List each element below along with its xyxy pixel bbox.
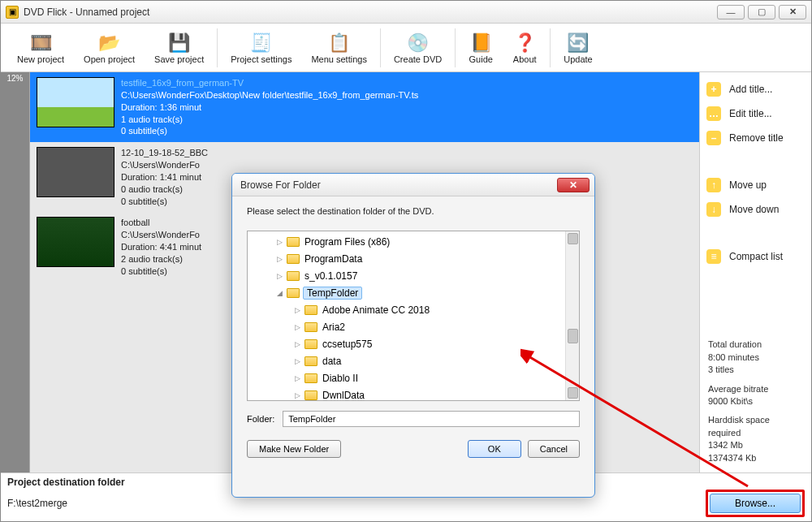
settings-icon: 🧾 [249, 32, 274, 54]
thumbnail [37, 217, 114, 267]
menu-settings-button[interactable]: 📋Menu settings [301, 24, 376, 71]
folder-icon [304, 339, 317, 349]
minus-icon: – [706, 131, 721, 145]
folder-icon [287, 254, 300, 264]
scroll-up-icon[interactable] [568, 233, 578, 244]
tree-item[interactable]: ▷ProgramData [248, 250, 579, 267]
thumbnail [37, 77, 114, 127]
expand-icon[interactable]: ▷ [293, 357, 301, 365]
create-dvd-button[interactable]: 💿Create DVD [384, 24, 451, 71]
tree-item-label: TempFolder [303, 287, 362, 300]
folder-icon [304, 322, 317, 332]
save-project-button[interactable]: 💾Save project [145, 24, 214, 71]
tree-item[interactable]: ▷Program Files (x86) [248, 233, 579, 250]
tree-item-label: s_v0.1.0157 [303, 270, 359, 282]
tree-item[interactable]: ▷Diablo II [248, 369, 579, 386]
update-button[interactable]: 🔄Update [554, 24, 602, 71]
new-project-button[interactable]: 🎞️New project [7, 24, 74, 71]
tree-item[interactable]: ▷ccsetup575 [248, 335, 579, 352]
film-icon: 🎞️ [28, 32, 53, 54]
folder-icon [304, 373, 317, 383]
folder-icon [304, 390, 317, 400]
title-meta: football C:\Users\WonderFo Duration: 4:4… [121, 217, 201, 277]
dialog-close-button[interactable]: ✕ [557, 178, 590, 192]
tree-item[interactable]: ▷s_v0.1.0157 [248, 267, 579, 284]
tree-item-label: Diablo II [321, 373, 360, 384]
about-button[interactable]: ❓About [503, 24, 546, 71]
disc-icon: 💿 [406, 32, 430, 54]
folder-label: Folder: [247, 414, 274, 424]
stats-panel: Total duration 8:00 minutes 3 titles Ave… [700, 324, 811, 472]
expand-icon[interactable]: ▷ [293, 323, 301, 331]
dialog-message: Please select the destination folder of … [247, 206, 580, 216]
make-new-folder-button[interactable]: Make New Folder [247, 440, 341, 458]
tree-item-label: Program Files (x86) [303, 236, 391, 248]
tree-item[interactable]: ◢TempFolder [248, 284, 579, 301]
menu-settings-icon: 📋 [327, 32, 352, 54]
tree-item[interactable]: ▷Aria2 [248, 318, 579, 335]
add-title-button[interactable]: +Add title... [700, 77, 811, 101]
content-area: 12% testfile_16x9_from_german-TV C:\User… [1, 72, 811, 472]
scrollbar[interactable] [565, 231, 579, 400]
update-icon: 🔄 [566, 32, 590, 54]
move-down-button[interactable]: ↓Move down [700, 197, 811, 222]
browse-folder-dialog: Browse For Folder ✕ Please select the de… [231, 173, 595, 498]
disc-gauge: 12% [1, 72, 30, 472]
expand-icon[interactable]: ▷ [293, 374, 301, 382]
folder-icon [304, 305, 317, 315]
open-project-button[interactable]: 📂Open project [74, 24, 145, 71]
folder-icon [304, 356, 317, 366]
expand-icon[interactable]: ▷ [293, 306, 301, 314]
tree-item-label: ProgramData [303, 253, 364, 265]
folder-icon [287, 271, 300, 281]
expand-icon[interactable]: ▷ [275, 255, 283, 263]
folder-icon [287, 237, 300, 247]
remove-title-button[interactable]: –Remove title [700, 126, 811, 150]
expand-icon[interactable]: ▷ [275, 238, 283, 246]
annotation-highlight: Browse... [706, 490, 805, 517]
guide-icon: 📙 [469, 32, 493, 54]
ellipsis-icon: … [706, 106, 721, 121]
folder-icon [287, 288, 300, 298]
main-window: ▣ DVD Flick - Unnamed project — ▢ ✕ 🎞️Ne… [0, 0, 812, 522]
folder-open-icon: 📂 [97, 32, 122, 54]
title-meta: 12-10_19-18-52_BBC C:\Users\WonderFo Dur… [121, 147, 208, 207]
expand-icon[interactable]: ▷ [293, 340, 301, 348]
maximize-button[interactable]: ▢ [748, 5, 775, 19]
window-title: DVD Flick - Unnamed project [24, 6, 717, 18]
edit-title-button[interactable]: …Edit title... [700, 101, 811, 126]
tree-item-label: DwnlData [321, 390, 366, 401]
arrow-down-icon: ↓ [706, 202, 721, 217]
scroll-down-icon[interactable] [568, 387, 578, 399]
toolbar: 🎞️New project 📂Open project 💾Save projec… [1, 24, 811, 72]
list-icon: ≡ [706, 249, 721, 264]
folder-input[interactable] [283, 411, 580, 427]
tree-item[interactable]: ▷data [248, 352, 579, 369]
app-icon: ▣ [6, 6, 19, 19]
thumbnail [37, 147, 114, 197]
cancel-button[interactable]: Cancel [528, 440, 580, 458]
title-meta: testfile_16x9_from_german-TV C:\Users\Wo… [121, 77, 418, 137]
minimize-button[interactable]: — [717, 5, 745, 19]
tree-item-label: Adobe Animate CC 2018 [321, 304, 431, 316]
compact-list-button[interactable]: ≡Compact list [700, 244, 811, 269]
plus-icon: + [706, 82, 721, 97]
dialog-titlebar: Browse For Folder ✕ [232, 174, 594, 196]
ok-button[interactable]: OK [468, 440, 521, 458]
arrow-up-icon: ↑ [706, 178, 721, 192]
title-row[interactable]: testfile_16x9_from_german-TV C:\Users\Wo… [30, 72, 699, 142]
expand-icon[interactable]: ▷ [293, 391, 301, 399]
tree-item[interactable]: ▷DwnlData [248, 386, 579, 401]
folder-tree[interactable]: ▷Program Files (x86)▷ProgramData▷s_v0.1.… [247, 231, 580, 401]
sidebar: +Add title... …Edit title... –Remove tit… [699, 72, 811, 472]
guide-button[interactable]: 📙Guide [459, 24, 503, 71]
expand-icon[interactable]: ▷ [275, 272, 283, 280]
dest-folder-path: F:\test2merge [7, 495, 701, 511]
expand-icon[interactable]: ◢ [275, 289, 283, 297]
tree-item[interactable]: ▷Adobe Animate CC 2018 [248, 301, 579, 318]
move-up-button[interactable]: ↑Move up [700, 173, 811, 197]
scroll-thumb[interactable] [568, 329, 578, 343]
project-settings-button[interactable]: 🧾Project settings [221, 24, 301, 71]
browse-button[interactable]: Browse... [710, 494, 801, 513]
close-button[interactable]: ✕ [779, 5, 806, 19]
